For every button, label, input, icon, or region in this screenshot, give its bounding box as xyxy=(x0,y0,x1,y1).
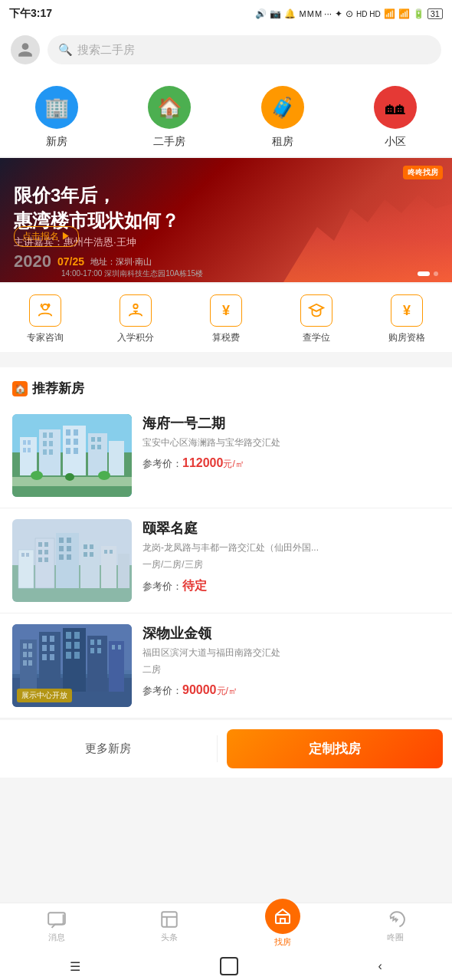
svg-rect-6 xyxy=(23,440,26,445)
svg-rect-94 xyxy=(118,645,121,649)
banner-year: 2020 xyxy=(14,252,51,271)
svg-rect-14 xyxy=(49,441,53,446)
recommend-section-title: 🏠 推荐新房 xyxy=(0,367,452,403)
prop-price-haifu: 参考价：112000元/㎡ xyxy=(142,456,440,471)
prop-image-cuicui xyxy=(12,519,132,602)
svg-rect-71 xyxy=(23,660,27,666)
svg-rect-79 xyxy=(50,654,54,660)
banner-time: 14:00-17:00 深圳南科技生态园10A栋15楼 xyxy=(61,268,203,279)
prop-info-shen: 深物业金领 福田区滨河大道与福田南路交汇处 二房 参考价：90000元/㎡ xyxy=(142,624,440,707)
recommend-badge: 🏠 xyxy=(12,381,28,396)
svg-rect-43 xyxy=(44,550,48,554)
svg-rect-52 xyxy=(67,554,71,560)
avatar[interactable] xyxy=(11,35,40,64)
category-community[interactable]: 🏘 小区 xyxy=(374,86,417,149)
service-school[interactable]: 查学位 xyxy=(271,294,362,344)
svg-rect-56 xyxy=(84,552,87,557)
category-rent[interactable]: 🧳 租房 xyxy=(261,86,304,149)
service-qualification[interactable]: ¥ 购房资格 xyxy=(362,294,452,344)
nav-messages[interactable]: 消息 xyxy=(0,909,113,948)
svg-point-0 xyxy=(42,304,47,310)
svg-rect-27 xyxy=(91,445,95,449)
bottom-nav: 消息 头条 找房 咚圈 xyxy=(0,903,452,952)
prop-location-cuicui: 龙岗-龙凤路与丰都一路交汇处（仙田外国... xyxy=(142,541,440,554)
service-expert[interactable]: 专家咨询 xyxy=(0,294,90,344)
svg-rect-15 xyxy=(43,449,47,455)
svg-point-1 xyxy=(48,304,50,306)
nav-find-house[interactable]: 找房 xyxy=(226,909,339,948)
svg-rect-67 xyxy=(23,643,27,649)
svg-rect-61 xyxy=(118,554,129,588)
prop-name-shen: 深物业金领 xyxy=(142,624,440,643)
new-house-label: 新房 xyxy=(46,135,67,149)
svg-rect-72 xyxy=(28,660,32,666)
status-bar: 下午3:17 🔊 📷 🔔 M M M ··· ✦ ⊙ HD HD 📶 📶 🔋 3… xyxy=(0,0,452,28)
svg-rect-8 xyxy=(23,448,26,452)
svg-rect-85 xyxy=(66,652,71,659)
qualification-label: 购房资格 xyxy=(388,331,425,344)
category-new-house[interactable]: 🏢 新房 xyxy=(35,86,78,149)
property-card-shen[interactable]: 展示中心开放 深物业金领 福田区滨河大道与福田南路交汇处 二房 参考价：9000… xyxy=(0,613,452,719)
qualification-icon: ¥ xyxy=(391,294,423,327)
headlines-icon xyxy=(159,909,179,929)
back-icon[interactable]: ☰ xyxy=(70,959,80,974)
banner[interactable]: 限价3年后， 惠湾楼市现状如何？ 主讲嘉宾：惠州牛浩恩·王坤 咚咚找房 2020… xyxy=(0,158,452,282)
nav-circle[interactable]: 咚圈 xyxy=(339,909,453,948)
find-house-btn[interactable] xyxy=(265,899,300,934)
svg-rect-74 xyxy=(42,636,47,642)
svg-rect-12 xyxy=(49,432,53,438)
svg-rect-42 xyxy=(38,550,42,554)
second-hand-icon: 🏠 xyxy=(148,86,191,129)
svg-rect-11 xyxy=(43,432,47,438)
prop-location-haifu: 宝安中心区海澜路与宝华路交汇处 xyxy=(142,436,440,449)
nav-headlines[interactable]: 头条 xyxy=(113,909,227,948)
search-bar[interactable]: 🔍 搜索二手房 xyxy=(47,35,441,64)
prop-price-shen: 参考价：90000元/㎡ xyxy=(142,683,440,698)
expert-label: 专家咨询 xyxy=(27,331,64,344)
svg-rect-16 xyxy=(49,449,53,455)
search-placeholder: 搜索二手房 xyxy=(77,43,135,58)
svg-point-33 xyxy=(98,471,110,480)
svg-rect-84 xyxy=(74,642,80,649)
custom-find-button[interactable]: 定制找房 xyxy=(227,729,444,768)
nav-messages-label: 消息 xyxy=(48,932,65,943)
school-icon xyxy=(300,294,332,327)
svg-rect-18 xyxy=(66,429,70,436)
prop-badge-shen: 展示中心开放 xyxy=(17,689,72,702)
recents-icon[interactable]: ‹ xyxy=(378,959,382,973)
svg-point-31 xyxy=(31,471,43,480)
property-card-cuicui[interactable]: 颐翠名庭 龙岗-龙凤路与丰都一路交汇处（仙田外国... 一房/二房/三房 参考价… xyxy=(0,508,452,613)
prop-price-cuicui: 参考价：待定 xyxy=(142,578,440,594)
more-button[interactable]: 更多新房 xyxy=(0,735,218,762)
svg-rect-82 xyxy=(74,632,80,639)
svg-rect-57 xyxy=(90,552,93,557)
svg-rect-76 xyxy=(42,645,47,651)
service-tax[interactable]: ¥ 算税费 xyxy=(181,294,271,344)
tax-label: 算税费 xyxy=(212,331,240,344)
property-card-haifu[interactable]: 海府一号二期 宝安中心区海澜路与宝华路交汇处 参考价：112000元/㎡ xyxy=(0,403,452,508)
divider-nav xyxy=(0,778,452,785)
service-enrollment[interactable]: 入学积分 xyxy=(90,294,181,344)
prop-type-shen: 二房 xyxy=(142,663,440,676)
category-second-hand[interactable]: 🏠 二手房 xyxy=(148,86,191,149)
home-icon[interactable] xyxy=(220,957,238,975)
status-icons: 🔊 📷 🔔 M M M ··· ✦ ⊙ HD HD 📶 📶 🔋 31 xyxy=(255,8,443,19)
nav-headlines-label: 头条 xyxy=(161,932,178,943)
svg-rect-88 xyxy=(90,640,94,645)
cuicui-building-svg xyxy=(12,519,132,602)
prop-image-haifu xyxy=(12,414,132,497)
user-icon xyxy=(17,41,34,58)
svg-rect-78 xyxy=(42,654,47,660)
svg-rect-47 xyxy=(59,538,64,543)
svg-rect-60 xyxy=(110,550,113,554)
svg-rect-89 xyxy=(97,640,101,645)
svg-rect-83 xyxy=(66,642,71,649)
svg-rect-96 xyxy=(162,912,178,927)
svg-rect-92 xyxy=(109,641,124,692)
svg-rect-37 xyxy=(21,553,25,557)
svg-rect-48 xyxy=(67,538,71,543)
banner-register-btn[interactable]: 点击报名 ▶ xyxy=(14,222,79,247)
prop-name-cuicui: 颐翠名庭 xyxy=(142,519,440,538)
svg-rect-90 xyxy=(90,648,94,653)
svg-rect-20 xyxy=(66,439,70,445)
